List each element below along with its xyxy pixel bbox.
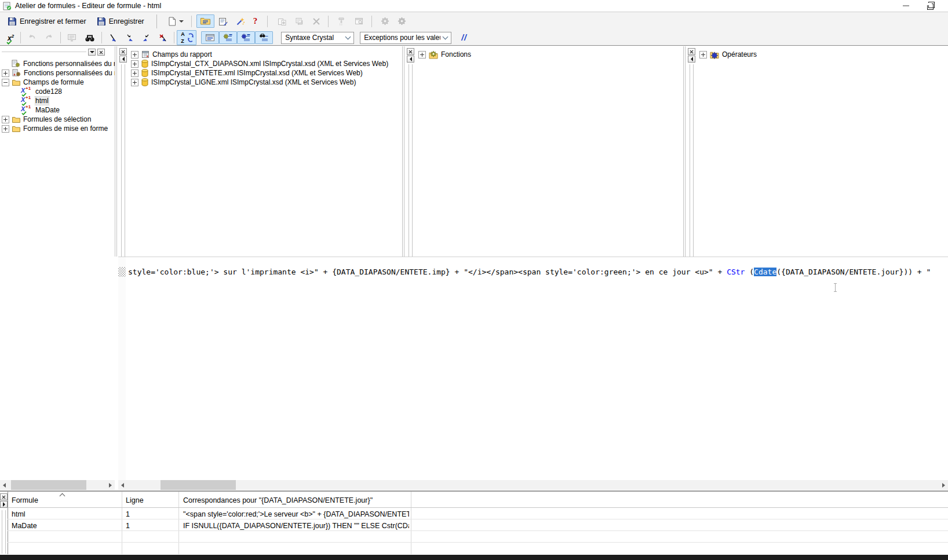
new-formula-dropdown-icon[interactable] <box>179 20 184 25</box>
tree-item-custom-functions-repository[interactable]: Fonctions personnalisées du réfé <box>0 68 115 78</box>
collapse-panel-button[interactable] <box>407 56 414 63</box>
formula-code-line[interactable]: style='color:blue;'> sur l'imprimante <i… <box>128 268 931 276</box>
column-divider[interactable] <box>411 492 411 554</box>
toggle-operators-tree-button[interactable] <box>237 31 255 44</box>
result-row-line[interactable]: 1 <box>126 522 130 530</box>
result-row-line[interactable]: 1 <box>126 510 130 518</box>
expand-icon[interactable] <box>2 125 9 133</box>
toggle-fields-tree-button[interactable] <box>201 31 219 44</box>
result-row-match[interactable]: IF ISNULL({DATA_DIAPASON/ENTETE.jour}) T… <box>183 522 409 530</box>
comment-selection-button[interactable]: // <box>457 31 471 45</box>
scroll-right-button[interactable] <box>939 480 948 490</box>
column-divider[interactable] <box>122 492 122 554</box>
new-formula-button[interactable] <box>164 14 188 28</box>
scroll-left-button[interactable] <box>0 480 9 490</box>
panel-grip[interactable] <box>2 510 6 554</box>
expand-icon[interactable] <box>2 69 9 77</box>
tree-item-report-fields-root[interactable]: Champs du rapport <box>127 50 402 59</box>
null-values-combobox[interactable]: Exceptions pour les valeurs n <box>360 32 451 44</box>
previous-bookmark-button[interactable] <box>138 31 155 45</box>
column-header-formula[interactable]: Formule <box>12 496 38 504</box>
use-editor-button-disabled[interactable] <box>393 14 410 28</box>
scroll-right-button[interactable] <box>106 480 115 490</box>
sort-trees-button[interactable]: A Z <box>177 30 196 45</box>
tree-item-formula-code128[interactable]: X+1 code128 <box>0 87 115 96</box>
restore-button[interactable] <box>921 2 939 10</box>
toggle-functions-tree-button[interactable] <box>219 31 237 44</box>
panel-splitter[interactable] <box>683 46 686 257</box>
column-divider[interactable] <box>178 492 179 554</box>
expand-icon[interactable] <box>131 60 138 68</box>
save-button[interactable]: Enregistrer <box>93 14 148 28</box>
browse-data-button-disabled[interactable] <box>63 31 81 44</box>
close-panel-button[interactable] <box>688 48 695 55</box>
delete-button-disabled[interactable] <box>308 15 324 28</box>
panel-grip[interactable] <box>690 64 694 257</box>
toggle-bookmark-button[interactable] <box>104 31 121 45</box>
tree-item-custom-functions-report[interactable]: Fonctions personnalisées du rap <box>0 59 115 68</box>
tree-item-selection-formulas[interactable]: Formules de sélection <box>0 115 115 124</box>
expand-icon[interactable] <box>131 69 138 77</box>
show-formatting-formulas-button-disabled[interactable] <box>351 14 368 28</box>
undo-button-disabled[interactable] <box>23 31 41 44</box>
panel-grip-line[interactable] <box>2 52 86 54</box>
expand-icon[interactable] <box>2 116 9 123</box>
report-properties-button[interactable] <box>214 14 232 28</box>
workshop-tree-hscrollbar[interactable] <box>0 480 115 490</box>
result-row-match[interactable]: "<span style='color:red;'>Le serveur <b>… <box>183 510 409 518</box>
collapse-icon[interactable] <box>2 79 9 86</box>
tree-item-datasource-ligne[interactable]: ISImpCrystal_LIGNE.xml ISImpCrystal.xsd … <box>127 78 402 87</box>
minimize-button[interactable] <box>897 2 914 10</box>
collapse-panel-button[interactable] <box>119 56 127 63</box>
tree-item-operators-root[interactable]: Opérateurs <box>696 50 948 59</box>
toggle-workshop-tree-button[interactable] <box>196 14 214 28</box>
close-panel-button[interactable] <box>0 493 8 500</box>
close-panel-button[interactable] <box>407 48 414 55</box>
tree-item-datasource-entete[interactable]: ISImpCrystal_ENTETE.xml ISImpCrystal.xsd… <box>127 68 402 78</box>
expand-icon[interactable] <box>131 51 138 58</box>
scroll-left-button[interactable] <box>118 480 127 490</box>
tree-item-datasource-ctx-diapason[interactable]: ISImpCrystal_CTX_DIAPASON.xml ISImpCryst… <box>127 59 402 68</box>
use-expert-button-disabled[interactable] <box>377 14 393 28</box>
expand-node-button-disabled[interactable] <box>333 14 351 28</box>
formula-editor[interactable]: style='color:blue;'> sur l'imprimante <i… <box>118 257 948 481</box>
tree-item-formatting-formulas[interactable]: Formules de mise en forme <box>0 124 115 133</box>
redo-button-disabled[interactable] <box>41 31 58 44</box>
collapse-panel-button[interactable] <box>688 56 695 63</box>
editor-hscrollbar[interactable] <box>118 480 948 490</box>
syntax-combobox[interactable]: Syntaxe Crystal <box>281 32 354 44</box>
expand-icon[interactable] <box>699 51 707 58</box>
new-custom-function-button-disabled[interactable] <box>274 14 291 28</box>
tree-item-formula-fields[interactable]: Champs de formule <box>0 78 115 87</box>
find-button[interactable] <box>81 31 99 45</box>
check-syntax-button[interactable]: x2 <box>3 31 18 45</box>
tree-item-functions-root[interactable]: Fonctions <box>415 50 683 59</box>
close-panel-button[interactable] <box>119 48 127 55</box>
expand-icon[interactable] <box>418 51 426 58</box>
panel-splitter[interactable] <box>115 46 117 257</box>
formula-expert-wand-button[interactable] <box>232 14 249 28</box>
column-header-matches[interactable]: Correspondances pour "{DATA_DIAPASON/ENT… <box>183 496 373 504</box>
scrollbar-thumb[interactable] <box>11 480 86 490</box>
result-row-formula[interactable]: html <box>12 510 25 518</box>
close-panel-button[interactable] <box>97 49 105 56</box>
panel-grip[interactable] <box>121 64 125 257</box>
next-bookmark-button[interactable] <box>121 31 138 45</box>
duplicate-formula-button-disabled[interactable] <box>291 14 308 28</box>
scrollbar-track[interactable] <box>9 480 106 490</box>
expand-panel-button[interactable] <box>0 501 8 508</box>
expand-icon[interactable] <box>131 79 138 86</box>
scrollbar-thumb[interactable] <box>161 480 236 490</box>
help-button[interactable]: ? <box>249 14 262 28</box>
clear-bookmarks-button[interactable] <box>155 31 172 45</box>
panel-menu-button[interactable] <box>88 49 96 56</box>
panel-grip[interactable] <box>409 64 413 257</box>
column-header-line[interactable]: Ligne <box>126 496 144 504</box>
tree-item-formula-madate[interactable]: X+1 MaDate <box>0 105 115 115</box>
scrollbar-track[interactable] <box>127 480 939 490</box>
toggle-find-results-button[interactable] <box>255 31 273 44</box>
save-and-close-button[interactable]: Enregistrer et fermer <box>3 14 90 28</box>
result-row-formula[interactable]: MaDate <box>12 522 37 530</box>
tree-item-formula-html-selected[interactable]: X+1 html <box>0 96 115 105</box>
panel-splitter[interactable] <box>402 46 404 257</box>
